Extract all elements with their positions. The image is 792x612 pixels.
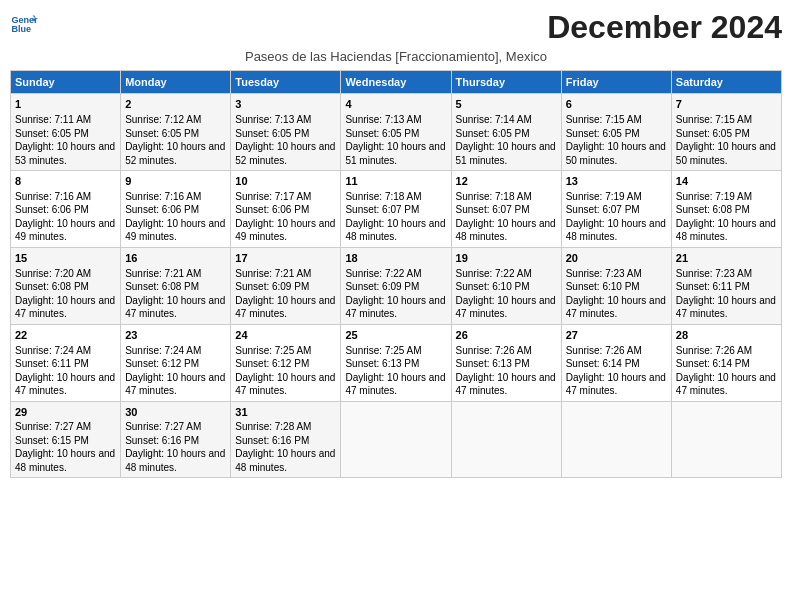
svg-text:Blue: Blue — [11, 24, 31, 34]
calendar-cell: 1Sunrise: 7:11 AMSunset: 6:05 PMDaylight… — [11, 94, 121, 171]
daylight-text: Daylight: 10 hours and 47 minutes. — [676, 371, 777, 398]
sunset-text: Sunset: 6:11 PM — [676, 280, 777, 294]
daylight-text: Daylight: 10 hours and 47 minutes. — [125, 371, 226, 398]
daylight-text: Daylight: 10 hours and 47 minutes. — [15, 294, 116, 321]
header-day-saturday: Saturday — [671, 71, 781, 94]
calendar-cell: 25Sunrise: 7:25 AMSunset: 6:13 PMDayligh… — [341, 324, 451, 401]
calendar-cell: 31Sunrise: 7:28 AMSunset: 6:16 PMDayligh… — [231, 401, 341, 478]
sunset-text: Sunset: 6:15 PM — [15, 434, 116, 448]
calendar-table: SundayMondayTuesdayWednesdayThursdayFrid… — [10, 70, 782, 478]
calendar-cell: 8Sunrise: 7:16 AMSunset: 6:06 PMDaylight… — [11, 171, 121, 248]
sunset-text: Sunset: 6:09 PM — [345, 280, 446, 294]
sunrise-text: Sunrise: 7:26 AM — [676, 344, 777, 358]
calendar-cell: 26Sunrise: 7:26 AMSunset: 6:13 PMDayligh… — [451, 324, 561, 401]
sunrise-text: Sunrise: 7:22 AM — [345, 267, 446, 281]
daylight-text: Daylight: 10 hours and 48 minutes. — [125, 447, 226, 474]
day-number: 4 — [345, 97, 446, 112]
sunset-text: Sunset: 6:14 PM — [676, 357, 777, 371]
calendar-week-1: 1Sunrise: 7:11 AMSunset: 6:05 PMDaylight… — [11, 94, 782, 171]
daylight-text: Daylight: 10 hours and 47 minutes. — [566, 371, 667, 398]
calendar-cell: 7Sunrise: 7:15 AMSunset: 6:05 PMDaylight… — [671, 94, 781, 171]
sunset-text: Sunset: 6:13 PM — [345, 357, 446, 371]
calendar-cell — [451, 401, 561, 478]
sunrise-text: Sunrise: 7:25 AM — [345, 344, 446, 358]
daylight-text: Daylight: 10 hours and 47 minutes. — [566, 294, 667, 321]
sunset-text: Sunset: 6:06 PM — [125, 203, 226, 217]
sunrise-text: Sunrise: 7:26 AM — [456, 344, 557, 358]
sunset-text: Sunset: 6:08 PM — [676, 203, 777, 217]
sunrise-text: Sunrise: 7:23 AM — [566, 267, 667, 281]
day-number: 15 — [15, 251, 116, 266]
calendar-cell: 18Sunrise: 7:22 AMSunset: 6:09 PMDayligh… — [341, 247, 451, 324]
sunset-text: Sunset: 6:08 PM — [125, 280, 226, 294]
daylight-text: Daylight: 10 hours and 53 minutes. — [15, 140, 116, 167]
sunrise-text: Sunrise: 7:19 AM — [676, 190, 777, 204]
daylight-text: Daylight: 10 hours and 47 minutes. — [15, 371, 116, 398]
calendar-cell — [341, 401, 451, 478]
sunrise-text: Sunrise: 7:25 AM — [235, 344, 336, 358]
daylight-text: Daylight: 10 hours and 48 minutes. — [345, 217, 446, 244]
calendar-week-2: 8Sunrise: 7:16 AMSunset: 6:06 PMDaylight… — [11, 171, 782, 248]
daylight-text: Daylight: 10 hours and 47 minutes. — [676, 294, 777, 321]
daylight-text: Daylight: 10 hours and 52 minutes. — [125, 140, 226, 167]
subtitle: Paseos de las Haciendas [Fraccionamiento… — [10, 49, 782, 64]
sunrise-text: Sunrise: 7:24 AM — [15, 344, 116, 358]
sunrise-text: Sunrise: 7:18 AM — [456, 190, 557, 204]
sunrise-text: Sunrise: 7:19 AM — [566, 190, 667, 204]
sunset-text: Sunset: 6:10 PM — [566, 280, 667, 294]
calendar-cell: 9Sunrise: 7:16 AMSunset: 6:06 PMDaylight… — [121, 171, 231, 248]
day-number: 11 — [345, 174, 446, 189]
calendar-cell: 27Sunrise: 7:26 AMSunset: 6:14 PMDayligh… — [561, 324, 671, 401]
day-number: 5 — [456, 97, 557, 112]
calendar-cell: 6Sunrise: 7:15 AMSunset: 6:05 PMDaylight… — [561, 94, 671, 171]
sunset-text: Sunset: 6:10 PM — [456, 280, 557, 294]
calendar-cell: 2Sunrise: 7:12 AMSunset: 6:05 PMDaylight… — [121, 94, 231, 171]
page-container: General Blue December 2024 Paseos de las… — [10, 10, 782, 478]
sunrise-text: Sunrise: 7:27 AM — [15, 420, 116, 434]
sunrise-text: Sunrise: 7:24 AM — [125, 344, 226, 358]
day-number: 25 — [345, 328, 446, 343]
sunset-text: Sunset: 6:05 PM — [235, 127, 336, 141]
day-number: 17 — [235, 251, 336, 266]
daylight-text: Daylight: 10 hours and 48 minutes. — [566, 217, 667, 244]
day-number: 24 — [235, 328, 336, 343]
header-day-sunday: Sunday — [11, 71, 121, 94]
daylight-text: Daylight: 10 hours and 51 minutes. — [456, 140, 557, 167]
daylight-text: Daylight: 10 hours and 47 minutes. — [345, 371, 446, 398]
daylight-text: Daylight: 10 hours and 47 minutes. — [456, 294, 557, 321]
calendar-cell: 10Sunrise: 7:17 AMSunset: 6:06 PMDayligh… — [231, 171, 341, 248]
calendar-cell: 13Sunrise: 7:19 AMSunset: 6:07 PMDayligh… — [561, 171, 671, 248]
calendar-cell: 14Sunrise: 7:19 AMSunset: 6:08 PMDayligh… — [671, 171, 781, 248]
daylight-text: Daylight: 10 hours and 49 minutes. — [235, 217, 336, 244]
calendar-cell — [671, 401, 781, 478]
daylight-text: Daylight: 10 hours and 48 minutes. — [676, 217, 777, 244]
day-number: 21 — [676, 251, 777, 266]
daylight-text: Daylight: 10 hours and 49 minutes. — [15, 217, 116, 244]
daylight-text: Daylight: 10 hours and 51 minutes. — [345, 140, 446, 167]
calendar-cell: 15Sunrise: 7:20 AMSunset: 6:08 PMDayligh… — [11, 247, 121, 324]
sunrise-text: Sunrise: 7:12 AM — [125, 113, 226, 127]
day-number: 19 — [456, 251, 557, 266]
sunrise-text: Sunrise: 7:23 AM — [676, 267, 777, 281]
sunrise-text: Sunrise: 7:20 AM — [15, 267, 116, 281]
header-day-wednesday: Wednesday — [341, 71, 451, 94]
sunset-text: Sunset: 6:06 PM — [15, 203, 116, 217]
daylight-text: Daylight: 10 hours and 52 minutes. — [235, 140, 336, 167]
header-day-tuesday: Tuesday — [231, 71, 341, 94]
calendar-cell: 3Sunrise: 7:13 AMSunset: 6:05 PMDaylight… — [231, 94, 341, 171]
day-number: 16 — [125, 251, 226, 266]
calendar-cell: 22Sunrise: 7:24 AMSunset: 6:11 PMDayligh… — [11, 324, 121, 401]
sunrise-text: Sunrise: 7:21 AM — [235, 267, 336, 281]
sunset-text: Sunset: 6:05 PM — [125, 127, 226, 141]
sunset-text: Sunset: 6:07 PM — [345, 203, 446, 217]
day-number: 6 — [566, 97, 667, 112]
sunrise-text: Sunrise: 7:13 AM — [235, 113, 336, 127]
day-number: 7 — [676, 97, 777, 112]
sunset-text: Sunset: 6:06 PM — [235, 203, 336, 217]
day-number: 9 — [125, 174, 226, 189]
daylight-text: Daylight: 10 hours and 49 minutes. — [125, 217, 226, 244]
daylight-text: Daylight: 10 hours and 48 minutes. — [456, 217, 557, 244]
sunrise-text: Sunrise: 7:26 AM — [566, 344, 667, 358]
daylight-text: Daylight: 10 hours and 47 minutes. — [456, 371, 557, 398]
header-day-friday: Friday — [561, 71, 671, 94]
